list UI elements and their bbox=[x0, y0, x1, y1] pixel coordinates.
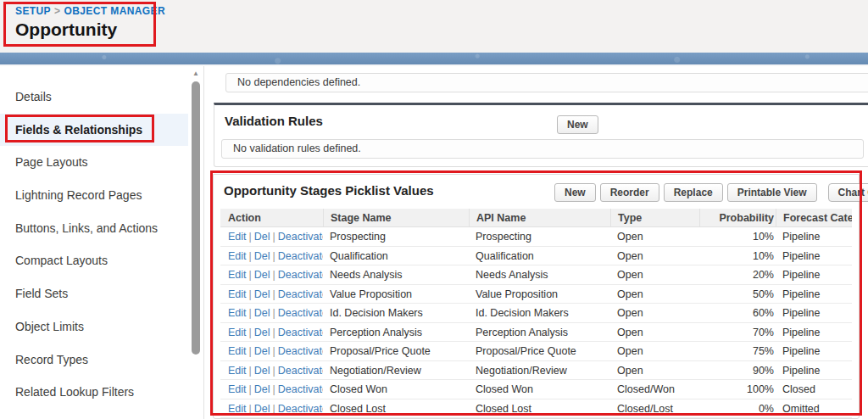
edit-link[interactable]: Edit bbox=[228, 231, 247, 243]
deactivate-link[interactable]: Deactivate bbox=[278, 288, 323, 300]
object-manager-sidebar: Details Fields & Relationships Page Layo… bbox=[0, 66, 188, 419]
del-link[interactable]: Del bbox=[254, 383, 270, 395]
validation-rules-title: Validation Rules bbox=[225, 114, 323, 128]
edit-link[interactable]: Edit bbox=[228, 288, 247, 300]
sidebar-item-field-sets[interactable]: Field Sets bbox=[0, 277, 188, 310]
printable-view-button[interactable]: Printable View bbox=[727, 183, 817, 202]
sidebar-item-label: Compact Layouts bbox=[15, 254, 108, 267]
link-separator: | bbox=[270, 231, 278, 243]
forecast-category-cell: Pipeline bbox=[776, 342, 852, 360]
del-link[interactable]: Del bbox=[254, 327, 270, 338]
type-cell: Open bbox=[610, 265, 699, 284]
link-separator: | bbox=[270, 365, 278, 377]
row-actions: Edit|Del|Deactivate bbox=[220, 304, 323, 322]
edit-link[interactable]: Edit bbox=[228, 327, 247, 338]
breadcrumb-object-manager-link[interactable]: OBJECT MANAGER bbox=[64, 5, 165, 17]
breadcrumb-setup-link[interactable]: SETUP bbox=[15, 5, 51, 17]
deactivate-link[interactable]: Deactivate bbox=[278, 383, 323, 395]
sidebar-item-object-limits[interactable]: Object Limits bbox=[0, 310, 188, 344]
deactivate-link[interactable]: Deactivate bbox=[278, 269, 323, 281]
scrollbar-thumb[interactable] bbox=[192, 81, 200, 355]
edit-link[interactable]: Edit bbox=[228, 269, 247, 281]
type-cell: Open bbox=[610, 323, 699, 342]
validation-rules-new-button[interactable]: New bbox=[557, 115, 598, 134]
del-link[interactable]: Del bbox=[254, 345, 270, 357]
column-header-stage-name: Stage Name bbox=[323, 209, 469, 226]
link-separator: | bbox=[270, 327, 278, 338]
sidebar-item-record-types[interactable]: Record Types bbox=[0, 344, 188, 377]
edit-link[interactable]: Edit bbox=[228, 345, 247, 357]
probability-cell: 10% bbox=[699, 227, 776, 246]
del-link[interactable]: Del bbox=[254, 403, 270, 415]
del-link[interactable]: Del bbox=[254, 288, 270, 300]
chart-colors-button[interactable]: Chart Colors▼ bbox=[828, 183, 868, 202]
stages-button-bar: NewReorderReplacePrintable View Chart Co… bbox=[554, 183, 868, 202]
forecast-category-cell: Pipeline bbox=[776, 323, 852, 342]
api-name-cell: Needs Analysis bbox=[469, 265, 610, 284]
del-link[interactable]: Del bbox=[254, 250, 270, 262]
deactivate-link[interactable]: Deactivate bbox=[278, 365, 323, 377]
row-actions: Edit|Del|Deactivate bbox=[220, 380, 323, 399]
link-separator: | bbox=[247, 288, 254, 300]
del-link[interactable]: Del bbox=[254, 269, 270, 281]
new-button[interactable]: New bbox=[554, 183, 596, 202]
type-cell: Open bbox=[610, 247, 699, 265]
sidebar-item-lightning-record-pages[interactable]: Lightning Record Pages bbox=[0, 179, 188, 212]
deactivate-link[interactable]: Deactivate bbox=[278, 345, 323, 357]
del-link[interactable]: Del bbox=[254, 231, 270, 243]
sidebar-item-label: Page Layouts bbox=[15, 155, 88, 169]
sidebar-item-fields-relationships[interactable]: Fields & Relationships bbox=[0, 114, 188, 147]
row-actions: Edit|Del|Deactivate bbox=[220, 227, 323, 246]
edit-link[interactable]: Edit bbox=[228, 250, 247, 262]
table-row: Edit|Del|Deactivate Perception Analysis … bbox=[220, 323, 852, 343]
sidebar-item-label: Buttons, Links, and Actions bbox=[15, 221, 158, 235]
type-cell: Open bbox=[610, 361, 699, 380]
setup-header: SETUP>OBJECT MANAGER Opportunity bbox=[0, 0, 868, 53]
replace-button[interactable]: Replace bbox=[664, 183, 723, 202]
page-title: Opportunity bbox=[15, 20, 868, 40]
edit-link[interactable]: Edit bbox=[228, 403, 247, 415]
edit-link[interactable]: Edit bbox=[228, 383, 247, 395]
link-separator: | bbox=[247, 403, 254, 415]
stage-name-cell: Qualification bbox=[323, 247, 469, 265]
sidebar-item-related-lookup-filters[interactable]: Related Lookup Filters bbox=[0, 376, 188, 409]
deactivate-link[interactable]: Deactivate bbox=[278, 403, 323, 415]
deactivate-link[interactable]: Deactivate bbox=[278, 327, 323, 338]
sidebar-item-buttons-links-and-actions[interactable]: Buttons, Links, and Actions bbox=[0, 212, 188, 245]
edit-link[interactable]: Edit bbox=[228, 365, 247, 377]
sidebar-item-page-layouts[interactable]: Page Layouts bbox=[0, 146, 188, 179]
type-cell: Open bbox=[610, 285, 699, 304]
deactivate-link[interactable]: Deactivate bbox=[278, 307, 323, 319]
column-header-api-name: API Name bbox=[469, 209, 610, 226]
api-name-cell: Value Proposition bbox=[469, 285, 610, 304]
link-separator: | bbox=[247, 269, 254, 281]
row-actions: Edit|Del|Deactivate bbox=[220, 265, 323, 284]
row-actions: Edit|Del|Deactivate bbox=[220, 342, 323, 360]
row-actions: Edit|Del|Deactivate bbox=[220, 361, 323, 380]
edit-link[interactable]: Edit bbox=[228, 307, 247, 319]
forecast-category-cell: Omitted bbox=[776, 399, 852, 418]
del-link[interactable]: Del bbox=[254, 365, 270, 377]
sidebar-item-label: Object Limits bbox=[15, 320, 84, 333]
sidebar-item-label: Details bbox=[15, 90, 52, 103]
validation-rules-empty-note: No validation rules defined. bbox=[221, 139, 864, 159]
probability-cell: 0% bbox=[699, 399, 776, 418]
scroll-up-icon[interactable]: ▲ bbox=[191, 70, 201, 77]
del-link[interactable]: Del bbox=[254, 307, 270, 319]
table-row: Edit|Del|Deactivate Needs Analysis Needs… bbox=[220, 265, 852, 285]
dependencies-empty-note: No dependencies defined. bbox=[225, 73, 868, 92]
link-separator: | bbox=[247, 345, 254, 357]
link-separator: | bbox=[247, 307, 254, 319]
deactivate-link[interactable]: Deactivate bbox=[278, 250, 323, 262]
link-separator: | bbox=[270, 288, 278, 300]
reorder-button[interactable]: Reorder bbox=[600, 183, 659, 202]
table-row: Edit|Del|Deactivate Proposal/Price Quote… bbox=[220, 342, 852, 361]
sidebar-scrollbar[interactable]: ▲ bbox=[188, 66, 203, 419]
type-cell: Open bbox=[610, 227, 699, 246]
sidebar-item-details[interactable]: Details bbox=[0, 81, 188, 114]
deactivate-link[interactable]: Deactivate bbox=[278, 231, 323, 243]
type-cell: Closed/Won bbox=[610, 380, 699, 399]
sidebar-item-compact-layouts[interactable]: Compact Layouts bbox=[0, 244, 188, 277]
stage-name-cell: Id. Decision Makers bbox=[323, 304, 469, 322]
table-row: Edit|Del|Deactivate Id. Decision Makers … bbox=[220, 304, 852, 323]
